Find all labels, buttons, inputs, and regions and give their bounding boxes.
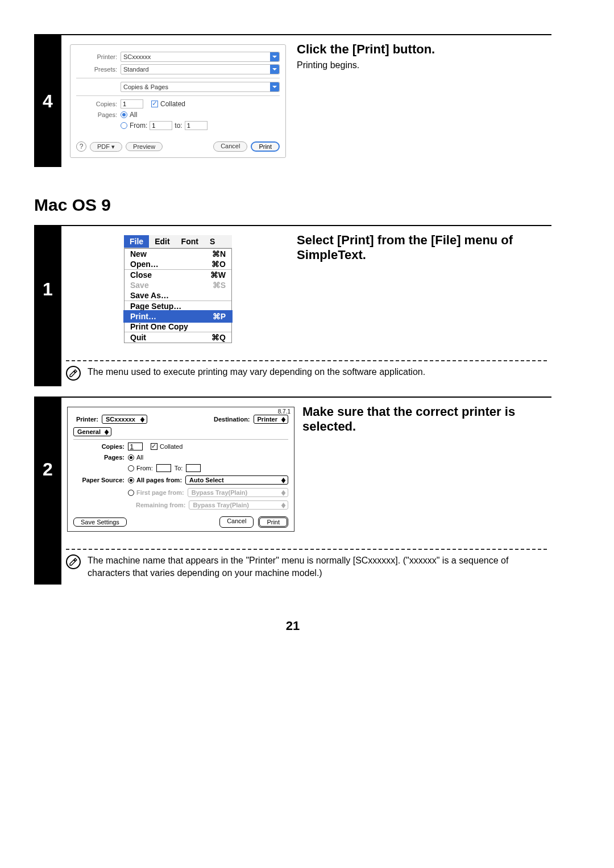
chevron-down-icon <box>270 52 279 61</box>
chevron-down-icon <box>270 82 279 91</box>
pencil-note-icon <box>66 366 81 381</box>
os9-dest-select[interactable]: Printer <box>254 415 288 424</box>
os9-allpages-label: All pages from: <box>136 477 182 483</box>
os9-firstpage-select[interactable]: Bypass Tray(Plain) <box>188 488 288 497</box>
pages-all-radio[interactable] <box>121 111 127 118</box>
copies-input[interactable] <box>121 99 143 108</box>
step-1-block: 1 File Edit Font S New⌘NOpen…⌘OClose⌘WSa… <box>34 225 551 352</box>
menubar-edit[interactable]: Edit <box>149 235 175 248</box>
to-label: to: <box>175 122 182 130</box>
menubar-s[interactable]: S <box>204 235 221 248</box>
os9-from-input[interactable] <box>156 464 171 472</box>
menu-item[interactable]: Save⌘S <box>125 280 231 290</box>
help-button[interactable]: ? <box>76 141 86 152</box>
step-2-screenshot: 8.7.1 Printer: SCxxxxxx Destination: Pri… <box>61 398 294 541</box>
os9-allpages-radio[interactable] <box>128 477 134 483</box>
osx-print-dialog: Printer: SCxxxxxx Presets: Standard Copi… <box>70 44 286 158</box>
menu-item[interactable]: Print…⌘P <box>125 311 231 322</box>
pages-label: Pages: <box>76 111 121 118</box>
step-1-note-text: The menu used to execute printing may va… <box>88 366 425 378</box>
os9-copies-input[interactable] <box>128 443 143 450</box>
os9-savesettings-button[interactable]: Save Settings <box>73 518 127 527</box>
os9-dest-label: Destination: <box>214 416 254 423</box>
pages-all-label: All <box>130 111 137 119</box>
panel-value: Copies & Pages <box>123 84 168 90</box>
menu-item[interactable]: Open…⌘O <box>125 259 231 269</box>
pencil-note-icon <box>66 554 81 569</box>
file-menu-dropdown: New⌘NOpen…⌘OClose⌘WSave⌘SSave As…Page Se… <box>124 248 232 343</box>
os9-pages-all-radio[interactable] <box>128 454 134 461</box>
pdf-button[interactable]: PDF ▾ <box>90 142 122 152</box>
os9-pages-range-radio[interactable] <box>128 465 134 471</box>
os9-papersrc-label: Paper Source: <box>73 477 128 483</box>
os9-copies-label: Copies: <box>73 443 128 450</box>
os9-remaining-label: Remaining from: <box>136 502 185 508</box>
manual-page: 4 Printer: SCxxxxxx Presets: Standard Co <box>0 0 614 656</box>
step-2-block: 2 8.7.1 Printer: SCxxxxxx Destination: P… <box>34 397 551 541</box>
pages-range-radio[interactable] <box>121 122 127 129</box>
step-2-title: Make sure that the correct printer is se… <box>302 404 551 434</box>
menu-item[interactable]: New⌘N <box>125 249 231 259</box>
os9-collated-checkbox[interactable] <box>151 443 157 450</box>
step-2-note-row: The machine name that appears in the "Pr… <box>34 541 551 585</box>
menu-item[interactable]: Close⌘W <box>125 270 231 280</box>
os9-from-label: From: <box>136 465 153 471</box>
os9-to-input[interactable] <box>186 464 201 472</box>
from-input[interactable] <box>150 121 172 130</box>
menubar-font[interactable]: Font <box>176 235 204 248</box>
os9-firstpage-label: First page from: <box>136 489 184 496</box>
printer-value: SCxxxxxx <box>123 53 151 60</box>
presets-select[interactable]: Standard <box>121 64 280 74</box>
os9-allpages-select[interactable]: Auto Select <box>185 475 288 485</box>
step-1-note-row: The menu used to execute printing may va… <box>34 352 551 386</box>
os9-print-button[interactable]: Print <box>258 516 288 528</box>
step-4-title: Click the [Print] button. <box>297 42 551 57</box>
menu-item[interactable]: Quit⌘Q <box>125 332 231 343</box>
os9-collated-label: Collated <box>160 443 182 450</box>
menubar: File Edit Font S <box>124 235 232 248</box>
step-4-desc: Printing begins. <box>297 60 551 70</box>
os9-all-label: All <box>136 454 143 461</box>
page-number: 21 <box>34 619 551 633</box>
os9-printer-select[interactable]: SCxxxxxx <box>102 415 147 424</box>
chevron-down-icon <box>270 65 279 74</box>
os9-remaining-select[interactable]: Bypass Tray(Plain) <box>189 500 288 510</box>
collated-label: Collated <box>160 100 185 108</box>
print-button[interactable]: Print <box>251 141 280 152</box>
presets-label: Presets: <box>76 66 121 73</box>
menu-item[interactable]: Save As… <box>125 290 231 301</box>
file-menu: File Edit Font S New⌘NOpen…⌘OClose⌘WSave… <box>124 235 232 343</box>
printer-select[interactable]: SCxxxxxx <box>121 52 280 62</box>
collated-checkbox[interactable] <box>151 101 158 107</box>
os9-firstpage-radio[interactable] <box>128 490 134 496</box>
panel-select[interactable]: Copies & Pages <box>121 82 280 92</box>
menu-item[interactable]: Page Setup… <box>125 301 231 311</box>
step-1-number: 1 <box>34 226 61 352</box>
macos9-heading: Mac OS 9 <box>34 195 551 215</box>
step-4-block: 4 Printer: SCxxxxxx Presets: Standard Co <box>34 34 551 167</box>
os9-print-dialog: 8.7.1 Printer: SCxxxxxx Destination: Pri… <box>67 407 294 532</box>
step-1-screenshot: File Edit Font S New⌘NOpen…⌘OClose⌘WSave… <box>61 226 289 352</box>
step-1-title: Select [Print] from the [File] menu of S… <box>297 233 551 262</box>
step-2-number: 2 <box>34 398 61 541</box>
menubar-file[interactable]: File <box>124 235 149 248</box>
step-4-number: 4 <box>34 35 61 167</box>
step-4-screenshot: Printer: SCxxxxxx Presets: Standard Copi… <box>61 35 289 167</box>
os9-cancel-button[interactable]: Cancel <box>219 516 254 528</box>
os9-to-label: To: <box>175 465 183 471</box>
os9-printer-label: Printer: <box>73 416 102 423</box>
cancel-button[interactable]: Cancel <box>213 141 247 152</box>
from-label: From: <box>130 122 147 130</box>
menu-item[interactable]: Print One Copy <box>125 322 231 332</box>
to-input[interactable] <box>185 121 208 130</box>
step-2-note-text: The machine name that appears in the "Pr… <box>88 554 547 579</box>
preview-button[interactable]: Preview <box>126 142 163 151</box>
copies-label: Copies: <box>76 101 121 107</box>
printer-label: Printer: <box>76 53 121 60</box>
os9-pages-label: Pages: <box>73 454 128 461</box>
presets-value: Standard <box>123 66 149 73</box>
os9-tab-select[interactable]: General <box>73 427 111 436</box>
